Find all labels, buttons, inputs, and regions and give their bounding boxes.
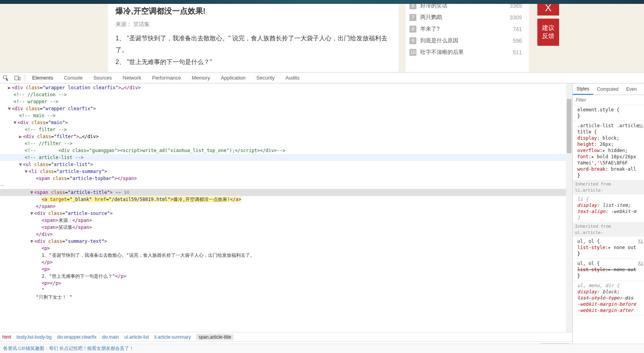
scrollbar[interactable]	[566, 83, 572, 332]
svg-rect-1	[19, 77, 20, 80]
source-value: 笑话集	[133, 21, 150, 27]
bc-main[interactable]: div.main	[102, 334, 119, 340]
sidebar-item[interactable]: 9到底是什么原因596	[409, 35, 529, 47]
dom-tree[interactable]: ▶<div class="wrapper location clearfix">…	[0, 83, 572, 332]
dom-panel: ▶<div class="wrapper location clearfix">…	[0, 83, 573, 353]
divider	[25, 74, 25, 81]
sidebar-item[interactable]: 8羊来了?741	[409, 23, 529, 35]
article-title[interactable]: 爆冷,开空调都没一点效果!	[116, 6, 391, 16]
bc-ul[interactable]: ul.article-list	[124, 334, 149, 340]
inherited-header: Inherited from ul.article-	[573, 223, 644, 237]
styles-filter	[573, 95, 644, 105]
bc-body[interactable]: body.list-body-bg	[17, 334, 52, 340]
page-content: 爆冷,开空调都没一点效果! 来源： 笑话集 1、 "圣诞节快到了，我准备出去散散…	[0, 0, 644, 72]
sidebar-item-count: 511	[513, 49, 529, 55]
styles-tabs: Styles Computed Even	[573, 83, 644, 95]
sidebar-item-count: 596	[513, 38, 529, 44]
rule-article-title[interactable]: Xi .article-list .article-title { displa…	[573, 121, 644, 180]
sidebar-item-title: 到底是什么原因	[420, 37, 513, 44]
rank-badge: 9	[409, 37, 416, 44]
bc-li[interactable]: li.article-summary	[154, 334, 191, 340]
rule-ul-menu-dir[interactable]: ul, menu, dir { display: block; list-sty…	[573, 281, 644, 315]
bc-wrapper[interactable]: div.wrapper.clearfix	[57, 334, 97, 340]
rule-element-style[interactable]: element.style { }	[573, 105, 644, 121]
bc-html[interactable]: html	[2, 334, 11, 340]
devtools-tabs: Elements Console Sources Network Perform…	[0, 73, 644, 83]
tab-network[interactable]: Network	[117, 73, 147, 83]
sidebar-list: 6好冷的笑话3365 7两只鹦鹉3309 8羊来了?741 9到底是什么原因59…	[406, 0, 529, 72]
gutter-ellipsis: ⋯	[0, 182, 572, 189]
rank-badge: 7	[409, 14, 416, 21]
inspect-icon[interactable]	[0, 75, 12, 81]
rule-ulol-1[interactable]: Xi ul, ol { list-style:▸ none out }	[573, 237, 644, 259]
devtools-panel: Elements Console Sources Network Perform…	[0, 72, 644, 353]
article-box: 爆冷,开空调都没一点效果! 来源： 笑话集 1、 "圣诞节快到了，我准备出去散散…	[108, 0, 399, 72]
tab-elements[interactable]: Elements	[27, 73, 59, 83]
tab-performance[interactable]: Performance	[147, 73, 186, 83]
source-link[interactable]: Xi	[638, 260, 643, 266]
tab-styles[interactable]: Styles	[573, 83, 593, 95]
rank-badge: 8	[409, 26, 416, 33]
styles-filter-input[interactable]	[573, 95, 644, 105]
scrollbar-thumb[interactable]	[567, 99, 571, 153]
sidebar-item-title: 羊来了?	[420, 26, 513, 33]
tab-event[interactable]: Even	[622, 83, 641, 95]
bc-span[interactable]: span.article-title	[196, 334, 233, 340]
article-source: 来源： 笑话集	[116, 21, 391, 28]
window-title-bar	[0, 0, 644, 4]
sidebar-item[interactable]: 10吐字不清晰的后果511	[409, 47, 529, 58]
article-body: 1、 "圣诞节快到了，我准备出去散散心。" 说完，食人族酋长拎了一大袋子人心，出…	[116, 33, 391, 68]
rank-badge: 10	[409, 49, 416, 56]
sidebar-item-count: 741	[513, 26, 529, 32]
styles-panel: Styles Computed Even element.style { } X…	[573, 83, 644, 353]
left-margin	[0, 0, 108, 72]
browser-status-bar: 各资讯 GIF搞笑趣图：哥们 长点记性吧！能看女朋友都会丢了！	[0, 344, 644, 353]
tab-security[interactable]: Security	[251, 73, 280, 83]
tab-audits[interactable]: Audits	[280, 73, 305, 83]
article-p2: 2、 "世上无难事的下一句是什么？"	[116, 56, 391, 68]
source-label: 来源：	[116, 21, 132, 27]
gap	[399, 0, 406, 72]
source-link[interactable]: Xi	[638, 238, 643, 244]
tab-console[interactable]: Console	[59, 73, 88, 83]
source-link[interactable]: Xi	[638, 123, 643, 129]
svg-rect-0	[15, 76, 18, 80]
rule-ulol-2[interactable]: Xi ul, ol { list-style:▸ none out }	[573, 259, 644, 281]
feedback-button[interactable]: 建议 反馈	[537, 19, 559, 46]
tab-application[interactable]: Application	[216, 73, 251, 83]
device-icon[interactable]	[12, 75, 23, 81]
status-text: 各资讯 GIF搞笑趣图：哥们 长点记性吧！能看女朋友都会丢了！	[3, 345, 134, 352]
inherited-header: Inherited from li.article-	[573, 180, 644, 194]
tab-computed[interactable]: Computed	[593, 83, 622, 95]
devtools-body: ▶<div class="wrapper location clearfix">…	[0, 83, 644, 353]
feedback-widget: X 建议 反馈	[537, 0, 560, 72]
styles-rules[interactable]: element.style { } Xi .article-list .arti…	[573, 105, 644, 353]
tab-sources[interactable]: Sources	[88, 73, 117, 83]
rule-li[interactable]: li { display: list-item; text-align: -we…	[573, 194, 644, 223]
sidebar-item-count: 3309	[510, 14, 529, 21]
sidebar-item-title: 两只鹦鹉	[420, 14, 510, 21]
sidebar-item-title: 吐字不清晰的后果	[420, 49, 513, 56]
tab-memory[interactable]: Memory	[186, 73, 216, 83]
article-p1: 1、 "圣诞节快到了，我准备出去散散心。" 说完，食人族酋长拎了一大袋子人心，出…	[116, 33, 391, 56]
dom-breadcrumb: html body.list-body-bg div.wrapper.clear…	[0, 332, 572, 341]
sidebar-item[interactable]: 7两只鹦鹉3309	[409, 12, 529, 23]
